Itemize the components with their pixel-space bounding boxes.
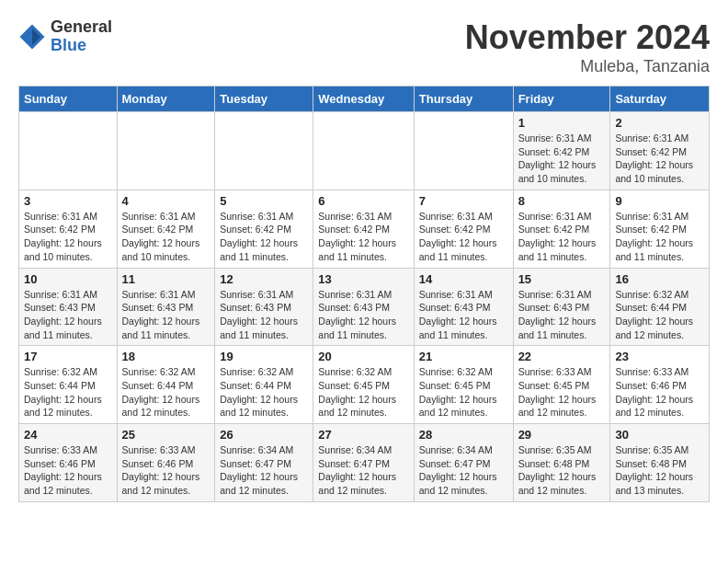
day-info: Sunrise: 6:31 AM Sunset: 6:43 PM Dayligh… [518, 288, 606, 342]
weekday-header: Wednesday [313, 86, 414, 112]
day-number: 22 [518, 350, 606, 363]
day-info: Sunrise: 6:31 AM Sunset: 6:42 PM Dayligh… [122, 210, 210, 264]
page-header: General Blue November 2024 Muleba, Tanza… [18, 18, 710, 76]
day-info: Sunrise: 6:31 AM Sunset: 6:43 PM Dayligh… [122, 288, 210, 342]
calendar-cell: 3Sunrise: 6:31 AM Sunset: 6:42 PM Daylig… [19, 190, 118, 268]
day-info: Sunrise: 6:35 AM Sunset: 6:48 PM Dayligh… [518, 443, 606, 498]
day-number: 5 [220, 194, 308, 208]
calendar-cell: 1Sunrise: 6:31 AM Sunset: 6:42 PM Daylig… [513, 112, 610, 190]
day-info: Sunrise: 6:32 AM Sunset: 6:44 PM Dayligh… [220, 365, 308, 419]
day-number: 26 [220, 428, 308, 442]
day-info: Sunrise: 6:31 AM Sunset: 6:42 PM Dayligh… [419, 210, 508, 264]
day-info: Sunrise: 6:31 AM Sunset: 6:43 PM Dayligh… [24, 288, 112, 342]
day-info: Sunrise: 6:32 AM Sunset: 6:44 PM Dayligh… [24, 365, 112, 419]
day-info: Sunrise: 6:32 AM Sunset: 6:44 PM Dayligh… [122, 365, 210, 419]
calendar-cell: 14Sunrise: 6:31 AM Sunset: 6:43 PM Dayli… [414, 268, 513, 346]
weekday-header: Tuesday [215, 86, 313, 112]
weekday-header: Monday [117, 86, 215, 112]
calendar-cell: 27Sunrise: 6:34 AM Sunset: 6:47 PM Dayli… [313, 424, 414, 502]
calendar-cell: 15Sunrise: 6:31 AM Sunset: 6:43 PM Dayli… [513, 268, 610, 346]
day-number: 28 [419, 428, 508, 442]
day-number: 30 [615, 428, 704, 442]
day-info: Sunrise: 6:33 AM Sunset: 6:45 PM Dayligh… [518, 365, 606, 419]
day-number: 12 [220, 272, 308, 286]
calendar-cell: 10Sunrise: 6:31 AM Sunset: 6:43 PM Dayli… [19, 268, 118, 346]
day-number: 7 [419, 194, 508, 208]
day-info: Sunrise: 6:31 AM Sunset: 6:42 PM Dayligh… [24, 210, 112, 264]
logo-text: General Blue [51, 18, 112, 55]
calendar-cell: 19Sunrise: 6:32 AM Sunset: 6:44 PM Dayli… [215, 346, 313, 424]
day-number: 17 [24, 350, 112, 363]
day-number: 3 [24, 194, 112, 208]
calendar-cell: 21Sunrise: 6:32 AM Sunset: 6:45 PM Dayli… [414, 346, 513, 424]
calendar-cell: 13Sunrise: 6:31 AM Sunset: 6:43 PM Dayli… [313, 268, 414, 346]
day-number: 21 [419, 350, 508, 363]
calendar-cell: 17Sunrise: 6:32 AM Sunset: 6:44 PM Dayli… [19, 346, 118, 424]
location-title: Muleba, Tanzania [465, 57, 710, 76]
calendar-cell: 8Sunrise: 6:31 AM Sunset: 6:42 PM Daylig… [513, 190, 610, 268]
calendar-cell [414, 112, 513, 190]
day-number: 13 [318, 272, 408, 286]
calendar-cell: 23Sunrise: 6:33 AM Sunset: 6:46 PM Dayli… [610, 346, 710, 424]
calendar-cell: 18Sunrise: 6:32 AM Sunset: 6:44 PM Dayli… [117, 346, 215, 424]
day-info: Sunrise: 6:33 AM Sunset: 6:46 PM Dayligh… [24, 443, 112, 498]
calendar-cell [117, 112, 215, 190]
calendar-cell: 29Sunrise: 6:35 AM Sunset: 6:48 PM Dayli… [513, 424, 610, 502]
day-number: 4 [122, 194, 210, 208]
calendar-cell: 6Sunrise: 6:31 AM Sunset: 6:42 PM Daylig… [313, 190, 414, 268]
logo-blue: Blue [51, 37, 112, 55]
logo-icon [18, 23, 46, 51]
calendar-cell: 24Sunrise: 6:33 AM Sunset: 6:46 PM Dayli… [19, 424, 118, 502]
day-number: 29 [518, 428, 606, 442]
day-number: 9 [615, 194, 704, 208]
day-number: 14 [419, 272, 508, 286]
day-info: Sunrise: 6:31 AM Sunset: 6:42 PM Dayligh… [518, 210, 606, 264]
calendar-week-row: 24Sunrise: 6:33 AM Sunset: 6:46 PM Dayli… [19, 424, 710, 502]
calendar-week-row: 17Sunrise: 6:32 AM Sunset: 6:44 PM Dayli… [19, 346, 710, 424]
day-number: 27 [318, 428, 408, 442]
day-info: Sunrise: 6:32 AM Sunset: 6:44 PM Dayligh… [615, 288, 704, 342]
day-number: 19 [220, 350, 308, 363]
day-number: 15 [518, 272, 606, 286]
day-info: Sunrise: 6:34 AM Sunset: 6:47 PM Dayligh… [318, 443, 408, 498]
day-info: Sunrise: 6:33 AM Sunset: 6:46 PM Dayligh… [122, 443, 210, 498]
day-info: Sunrise: 6:31 AM Sunset: 6:42 PM Dayligh… [220, 210, 308, 264]
day-info: Sunrise: 6:31 AM Sunset: 6:43 PM Dayligh… [220, 288, 308, 342]
day-number: 16 [615, 272, 704, 286]
day-number: 18 [122, 350, 210, 363]
day-number: 6 [318, 194, 408, 208]
day-info: Sunrise: 6:31 AM Sunset: 6:42 PM Dayligh… [615, 210, 704, 264]
day-number: 20 [318, 350, 408, 363]
day-number: 1 [518, 116, 606, 130]
logo-general: General [51, 18, 112, 37]
weekday-header: Friday [513, 86, 610, 112]
weekday-header: Sunday [19, 86, 118, 112]
calendar-cell: 26Sunrise: 6:34 AM Sunset: 6:47 PM Dayli… [215, 424, 313, 502]
calendar-cell: 12Sunrise: 6:31 AM Sunset: 6:43 PM Dayli… [215, 268, 313, 346]
calendar-cell: 20Sunrise: 6:32 AM Sunset: 6:45 PM Dayli… [313, 346, 414, 424]
calendar-body: 1Sunrise: 6:31 AM Sunset: 6:42 PM Daylig… [19, 112, 710, 502]
calendar-cell: 22Sunrise: 6:33 AM Sunset: 6:45 PM Dayli… [513, 346, 610, 424]
day-info: Sunrise: 6:33 AM Sunset: 6:46 PM Dayligh… [615, 365, 704, 419]
calendar-cell: 7Sunrise: 6:31 AM Sunset: 6:42 PM Daylig… [414, 190, 513, 268]
day-info: Sunrise: 6:31 AM Sunset: 6:42 PM Dayligh… [518, 132, 606, 186]
title-section: November 2024 Muleba, Tanzania [465, 18, 710, 76]
calendar-cell: 28Sunrise: 6:34 AM Sunset: 6:47 PM Dayli… [414, 424, 513, 502]
calendar-cell [19, 112, 118, 190]
day-info: Sunrise: 6:34 AM Sunset: 6:47 PM Dayligh… [419, 443, 508, 498]
calendar-cell: 30Sunrise: 6:35 AM Sunset: 6:48 PM Dayli… [610, 424, 710, 502]
day-info: Sunrise: 6:34 AM Sunset: 6:47 PM Dayligh… [220, 443, 308, 498]
calendar-cell: 9Sunrise: 6:31 AM Sunset: 6:42 PM Daylig… [610, 190, 710, 268]
calendar-header: SundayMondayTuesdayWednesdayThursdayFrid… [19, 86, 710, 112]
calendar-cell: 5Sunrise: 6:31 AM Sunset: 6:42 PM Daylig… [215, 190, 313, 268]
day-number: 24 [24, 428, 112, 442]
calendar-cell [215, 112, 313, 190]
day-info: Sunrise: 6:35 AM Sunset: 6:48 PM Dayligh… [615, 443, 704, 498]
weekday-header: Saturday [610, 86, 710, 112]
day-number: 11 [122, 272, 210, 286]
calendar-week-row: 10Sunrise: 6:31 AM Sunset: 6:43 PM Dayli… [19, 268, 710, 346]
day-number: 23 [615, 350, 704, 363]
day-info: Sunrise: 6:31 AM Sunset: 6:43 PM Dayligh… [419, 288, 508, 342]
day-number: 10 [24, 272, 112, 286]
calendar-cell [313, 112, 414, 190]
